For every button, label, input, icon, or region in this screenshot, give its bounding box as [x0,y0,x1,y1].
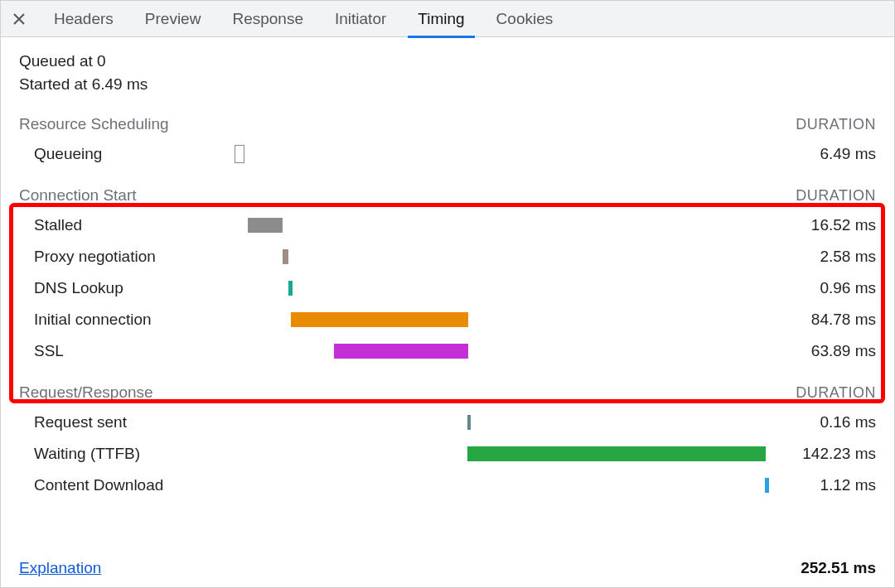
started-at-text: Started at 6.49 ms [19,75,876,94]
timing-panel: Headers Preview Response Initiator Timin… [0,0,895,588]
section-reqres-header: Request/Response DURATION [19,383,876,402]
tab-initiator[interactable]: Initiator [325,1,396,37]
queued-at-text: Queued at 0 [19,52,876,70]
tab-preview[interactable]: Preview [135,1,211,37]
tab-bar: Headers Preview Response Initiator Timin… [1,1,894,37]
row-waiting: Waiting (TTFB) 142.23 ms [19,438,876,470]
row-label: Waiting (TTFB) [19,445,235,463]
row-value: 1.12 ms [768,476,876,494]
row-download: Content Download 1.12 ms [19,470,876,501]
section-scheduling-header: Resource Scheduling DURATION [19,115,876,133]
row-proxy: Proxy negotiation 2.58 ms [19,241,876,272]
total-duration: 252.51 ms [801,559,876,577]
bar-download [765,478,769,493]
tab-timing[interactable]: Timing [408,1,474,37]
row-value: 84.78 ms [768,311,876,329]
tab-response[interactable]: Response [222,1,313,37]
row-label: Queueing [19,145,235,163]
row-label: Initial connection [19,311,235,329]
row-stalled: Stalled 16.52 ms [19,210,876,241]
row-value: 2.58 ms [768,248,876,266]
duration-label: DURATION [796,187,876,205]
row-label: Stalled [19,216,235,234]
row-value: 63.89 ms [768,342,876,360]
bar-conn [291,312,468,327]
bar-queueing [235,145,244,163]
section-connection-title: Connection Start [19,186,137,205]
bar-request-sent [467,415,471,430]
row-request-sent: Request sent 0.16 ms [19,407,876,438]
row-dns: DNS Lookup 0.96 ms [19,272,876,304]
row-conn: Initial connection 84.78 ms [19,304,876,335]
row-label: Request sent [19,413,235,431]
tab-headers[interactable]: Headers [44,1,123,37]
bar-ssl [334,344,468,359]
footer: Explanation 252.51 ms [1,559,894,577]
close-icon[interactable] [9,9,29,29]
bar-proxy [283,249,288,264]
section-connection-header: Connection Start DURATION [19,186,876,205]
duration-label: DURATION [796,384,876,402]
row-value: 6.49 ms [768,145,876,163]
content-area: Queued at 0 Started at 6.49 ms Resource … [1,37,894,501]
row-label: Proxy negotiation [19,248,235,266]
duration-label: DURATION [796,116,876,133]
explanation-link[interactable]: Explanation [19,559,101,577]
bar-dns [288,281,293,296]
row-value: 16.52 ms [768,216,876,234]
bar-stalled [248,218,283,233]
section-reqres-title: Request/Response [19,383,153,402]
row-value: 0.96 ms [768,279,876,297]
section-scheduling-title: Resource Scheduling [19,115,169,133]
row-queueing: Queueing 6.49 ms [19,138,876,170]
row-label: DNS Lookup [19,279,235,297]
bar-zone [235,147,768,161]
bar-waiting [467,446,766,461]
row-value: 0.16 ms [768,413,876,431]
row-label: Content Download [19,476,235,494]
row-ssl: SSL 63.89 ms [19,335,876,367]
row-label: SSL [19,342,235,360]
row-value: 142.23 ms [768,445,876,463]
tab-cookies[interactable]: Cookies [486,1,564,37]
